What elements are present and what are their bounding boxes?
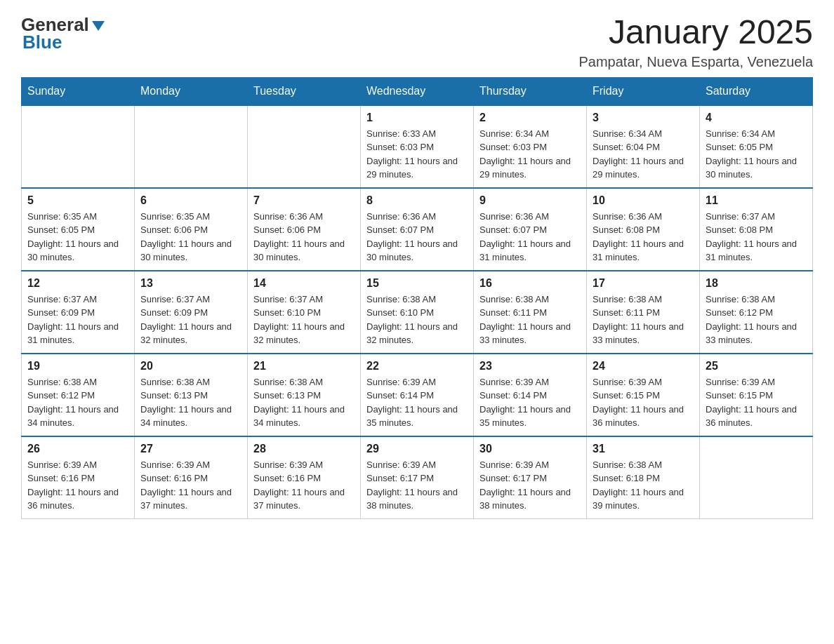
- calendar-cell: 6Sunrise: 6:35 AMSunset: 6:06 PMDaylight…: [135, 188, 248, 271]
- day-number: 25: [706, 360, 807, 373]
- calendar-cell: 18Sunrise: 6:38 AMSunset: 6:12 PMDayligh…: [700, 271, 813, 354]
- day-info: Sunrise: 6:37 AMSunset: 6:08 PMDaylight:…: [706, 210, 807, 264]
- calendar-cell: [135, 105, 248, 188]
- calendar-cell: 11Sunrise: 6:37 AMSunset: 6:08 PMDayligh…: [700, 188, 813, 271]
- calendar-cell: 3Sunrise: 6:34 AMSunset: 6:04 PMDaylight…: [587, 105, 700, 188]
- day-number: 9: [479, 194, 581, 207]
- calendar-cell: 31Sunrise: 6:38 AMSunset: 6:18 PMDayligh…: [587, 436, 700, 519]
- day-info: Sunrise: 6:36 AMSunset: 6:06 PMDaylight:…: [253, 210, 355, 264]
- day-number: 1: [366, 112, 468, 124]
- day-number: 22: [366, 360, 468, 373]
- calendar-cell: 24Sunrise: 6:39 AMSunset: 6:15 PMDayligh…: [587, 354, 700, 436]
- week-row-4: 19Sunrise: 6:38 AMSunset: 6:12 PMDayligh…: [22, 354, 813, 436]
- day-info: Sunrise: 6:39 AMSunset: 6:14 PMDaylight:…: [479, 375, 581, 430]
- day-number: 3: [593, 112, 694, 124]
- day-info: Sunrise: 6:38 AMSunset: 6:10 PMDaylight:…: [366, 293, 468, 347]
- calendar-cell: [248, 105, 361, 188]
- day-info: Sunrise: 6:37 AMSunset: 6:09 PMDaylight:…: [140, 293, 241, 347]
- page-header: General Blue January 2025 Pampatar, Nuev…: [21, 14, 813, 70]
- day-number: 15: [366, 277, 468, 290]
- calendar-cell: 4Sunrise: 6:34 AMSunset: 6:05 PMDaylight…: [700, 105, 813, 188]
- logo: General Blue: [21, 14, 106, 53]
- day-info: Sunrise: 6:39 AMSunset: 6:17 PMDaylight:…: [479, 458, 581, 513]
- calendar-cell: 17Sunrise: 6:38 AMSunset: 6:11 PMDayligh…: [587, 271, 700, 354]
- day-number: 16: [479, 277, 581, 290]
- day-info: Sunrise: 6:38 AMSunset: 6:18 PMDaylight:…: [593, 458, 694, 513]
- day-info: Sunrise: 6:34 AMSunset: 6:03 PMDaylight:…: [479, 127, 581, 182]
- weekday-header-friday: Friday: [587, 77, 700, 105]
- day-info: Sunrise: 6:38 AMSunset: 6:13 PMDaylight:…: [253, 375, 355, 430]
- day-info: Sunrise: 6:35 AMSunset: 6:06 PMDaylight:…: [140, 210, 241, 264]
- day-info: Sunrise: 6:39 AMSunset: 6:16 PMDaylight:…: [253, 458, 355, 513]
- day-number: 13: [140, 277, 241, 290]
- day-info: Sunrise: 6:39 AMSunset: 6:17 PMDaylight:…: [366, 458, 468, 513]
- day-number: 30: [479, 443, 581, 455]
- calendar-cell: 30Sunrise: 6:39 AMSunset: 6:17 PMDayligh…: [474, 436, 587, 519]
- day-number: 31: [593, 443, 694, 455]
- calendar-cell: 12Sunrise: 6:37 AMSunset: 6:09 PMDayligh…: [22, 271, 135, 354]
- day-info: Sunrise: 6:39 AMSunset: 6:14 PMDaylight:…: [366, 375, 468, 430]
- day-number: 5: [27, 194, 128, 207]
- weekday-header-wednesday: Wednesday: [361, 77, 474, 105]
- calendar-cell: 1Sunrise: 6:33 AMSunset: 6:03 PMDaylight…: [361, 105, 474, 188]
- calendar-cell: 10Sunrise: 6:36 AMSunset: 6:08 PMDayligh…: [587, 188, 700, 271]
- day-number: 17: [593, 277, 694, 290]
- day-info: Sunrise: 6:37 AMSunset: 6:09 PMDaylight:…: [27, 293, 128, 347]
- calendar-cell: 22Sunrise: 6:39 AMSunset: 6:14 PMDayligh…: [361, 354, 474, 436]
- day-info: Sunrise: 6:39 AMSunset: 6:15 PMDaylight:…: [706, 375, 807, 430]
- calendar-cell: 19Sunrise: 6:38 AMSunset: 6:12 PMDayligh…: [22, 354, 135, 436]
- calendar-cell: 15Sunrise: 6:38 AMSunset: 6:10 PMDayligh…: [361, 271, 474, 354]
- calendar-cell: 14Sunrise: 6:37 AMSunset: 6:10 PMDayligh…: [248, 271, 361, 354]
- week-row-1: 1Sunrise: 6:33 AMSunset: 6:03 PMDaylight…: [22, 105, 813, 188]
- calendar-cell: 2Sunrise: 6:34 AMSunset: 6:03 PMDaylight…: [474, 105, 587, 188]
- day-info: Sunrise: 6:34 AMSunset: 6:05 PMDaylight:…: [706, 127, 807, 182]
- calendar-cell: 28Sunrise: 6:39 AMSunset: 6:16 PMDayligh…: [248, 436, 361, 519]
- day-info: Sunrise: 6:38 AMSunset: 6:13 PMDaylight:…: [140, 375, 241, 430]
- calendar-cell: 9Sunrise: 6:36 AMSunset: 6:07 PMDaylight…: [474, 188, 587, 271]
- day-number: 10: [593, 194, 694, 207]
- calendar-cell: 8Sunrise: 6:36 AMSunset: 6:07 PMDaylight…: [361, 188, 474, 271]
- day-number: 6: [140, 194, 241, 207]
- location: Pampatar, Nueva Esparta, Venezuela: [578, 54, 813, 70]
- calendar-cell: 27Sunrise: 6:39 AMSunset: 6:16 PMDayligh…: [135, 436, 248, 519]
- weekday-header-tuesday: Tuesday: [248, 77, 361, 105]
- day-number: 8: [366, 194, 468, 207]
- day-number: 7: [253, 194, 355, 207]
- week-row-2: 5Sunrise: 6:35 AMSunset: 6:05 PMDaylight…: [22, 188, 813, 271]
- day-number: 21: [253, 360, 355, 373]
- calendar-cell: 16Sunrise: 6:38 AMSunset: 6:11 PMDayligh…: [474, 271, 587, 354]
- weekday-header-sunday: Sunday: [22, 77, 135, 105]
- weekday-header-row: SundayMondayTuesdayWednesdayThursdayFrid…: [22, 77, 813, 105]
- day-number: 2: [479, 112, 581, 124]
- month-title: January 2025: [578, 14, 813, 51]
- day-info: Sunrise: 6:39 AMSunset: 6:16 PMDaylight:…: [27, 458, 128, 513]
- calendar-cell: 7Sunrise: 6:36 AMSunset: 6:06 PMDaylight…: [248, 188, 361, 271]
- week-row-3: 12Sunrise: 6:37 AMSunset: 6:09 PMDayligh…: [22, 271, 813, 354]
- day-number: 19: [27, 360, 128, 373]
- week-row-5: 26Sunrise: 6:39 AMSunset: 6:16 PMDayligh…: [22, 436, 813, 519]
- day-number: 28: [253, 443, 355, 455]
- day-number: 26: [27, 443, 128, 455]
- title-area: January 2025 Pampatar, Nueva Esparta, Ve…: [578, 14, 813, 70]
- weekday-header-saturday: Saturday: [700, 77, 813, 105]
- day-info: Sunrise: 6:36 AMSunset: 6:07 PMDaylight:…: [366, 210, 468, 264]
- calendar-cell: 21Sunrise: 6:38 AMSunset: 6:13 PMDayligh…: [248, 354, 361, 436]
- calendar-cell: 26Sunrise: 6:39 AMSunset: 6:16 PMDayligh…: [22, 436, 135, 519]
- calendar-cell: [22, 105, 135, 188]
- day-info: Sunrise: 6:38 AMSunset: 6:12 PMDaylight:…: [27, 375, 128, 430]
- day-number: 23: [479, 360, 581, 373]
- weekday-header-thursday: Thursday: [474, 77, 587, 105]
- day-info: Sunrise: 6:38 AMSunset: 6:11 PMDaylight:…: [479, 293, 581, 347]
- calendar-cell: 5Sunrise: 6:35 AMSunset: 6:05 PMDaylight…: [22, 188, 135, 271]
- calendar-cell: 25Sunrise: 6:39 AMSunset: 6:15 PMDayligh…: [700, 354, 813, 436]
- day-info: Sunrise: 6:38 AMSunset: 6:12 PMDaylight:…: [706, 293, 807, 347]
- calendar-cell: 23Sunrise: 6:39 AMSunset: 6:14 PMDayligh…: [474, 354, 587, 436]
- svg-marker-0: [92, 21, 105, 31]
- day-number: 4: [706, 112, 807, 124]
- logo-blue: Blue: [22, 32, 62, 53]
- logo-arrow-icon: [91, 18, 106, 34]
- day-info: Sunrise: 6:34 AMSunset: 6:04 PMDaylight:…: [593, 127, 694, 182]
- day-info: Sunrise: 6:38 AMSunset: 6:11 PMDaylight:…: [593, 293, 694, 347]
- day-info: Sunrise: 6:33 AMSunset: 6:03 PMDaylight:…: [366, 127, 468, 182]
- day-info: Sunrise: 6:39 AMSunset: 6:16 PMDaylight:…: [140, 458, 241, 513]
